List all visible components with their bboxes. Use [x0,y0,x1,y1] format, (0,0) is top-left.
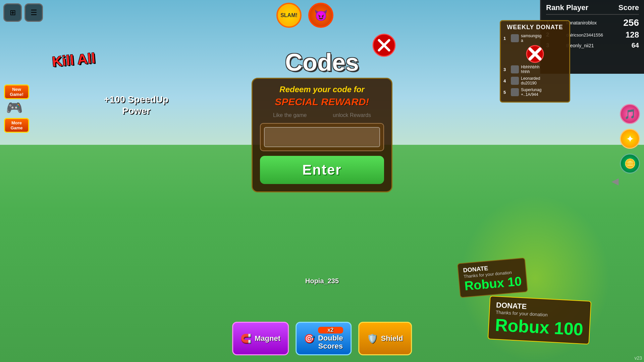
new-game-button[interactable]: New Game! [4,84,29,99]
magnet-label: Magnet [255,334,280,343]
double-scores-badge-text: x2 [328,327,334,333]
codes-enter-button[interactable]: Enter [260,156,384,184]
shield-label: Shield [381,334,403,343]
more-game-button[interactable]: More Game [4,118,29,133]
side-arrow-icon[interactable]: ◀ [611,176,619,187]
donate-x-mark [503,45,567,65]
grid-icon-button[interactable]: ⊞ [3,3,22,22]
speedup-line1: +100 SpeedUp [104,94,168,105]
codes-subtitle: Redeem your code for [260,85,384,94]
speedup-power-label: +100 SpeedUp Power [104,94,168,116]
donate-sign-small: DONATE Thanks for your donation Robux 10 [457,257,528,298]
weekly-donate-title: WEEKLY DONATE [503,24,567,31]
donate-rank-3: 3 [503,67,509,72]
codes-text-input[interactable] [264,127,380,147]
donate-name-5: Superlunag+..1A/944 [521,87,567,97]
lb-player-2: dalricson23441556 [566,33,612,38]
codes-panel: Redeem your code for SPECIAL REWARD! Lik… [252,78,392,192]
donate-row-5: 5 Superlunag+..1A/944 [503,87,567,97]
menu-icon-button[interactable]: ☰ [24,3,43,22]
coin-icon: 🪙 [624,158,636,169]
player-name-label: Hopia_235 [305,277,339,285]
codes-hint1: Like the game [273,112,307,118]
lb-score-2: 128 [612,30,639,40]
grid-icon: ⊞ [10,8,16,17]
controller-icon: 🎮 [6,100,23,116]
double-scores-icon: 🎯 [304,334,315,344]
codes-dialog: Codes Redeem your code for SPECIAL REWAR… [252,49,392,192]
donate-row-4: 4 Leonardeddu20190 [503,76,567,85]
donate-row-3: 3 Hbhhhbhhhhhh [503,65,567,74]
double-scores-label: x2 Double Scores [318,327,343,350]
donate-rank-5: 5 [503,90,509,95]
music-icon: 🎵 [624,109,636,120]
lb-rank-header: Rank [546,3,566,12]
shield-icon: 🛡️ [367,334,378,344]
menu-icon: ☰ [31,8,37,17]
shield-button[interactable]: 🛡️ Shield [358,322,412,355]
leaderboard-header: Rank Player Score [546,3,639,15]
close-dialog-button[interactable] [372,34,396,57]
magnet-button[interactable]: 🧲 Magnet [232,322,289,355]
donate-avatar-4 [511,77,519,85]
codes-hints: Like the game unlock Rewards [260,112,384,118]
lb-player-header: Player [566,3,612,12]
power-icons-container: SLAM! 😈 [276,3,333,28]
slam-power-icon[interactable]: SLAM! [276,3,302,28]
codes-title: Codes [252,49,392,76]
donate-name-3: Hbhhhbhhhhhh [521,65,567,74]
lb-score-header: Score [612,3,639,12]
donate-sign-large: DONATE Thanks for your donation Robux 10… [488,296,591,345]
double-scores-button[interactable]: 🎯 x2 Double Scores [296,322,352,355]
enemy-power-icon[interactable]: 😈 [308,3,333,28]
version-label: v23 [634,355,642,361]
sparkle-icon: ✦ [626,133,634,145]
top-left-icons: ⊞ ☰ [3,3,43,22]
codes-input-area[interactable] [260,123,384,151]
enemy-face-icon: 😈 [314,9,328,22]
donate-name-1: samsungsga [521,34,567,43]
donate-name-4: Leonardeddu20190 [521,76,567,85]
weekly-donate-panel: WEEKLY DONATE 1 samsungsga 3 Hbhhhbhhhhh… [500,20,570,103]
coin-button[interactable]: 🪙 [620,154,640,174]
right-buttons-panel: 🎵 ✦ 🪙 [620,104,640,174]
donate-rank-4: 4 [503,78,509,83]
lb-score-1: 256 [612,17,639,28]
slam-label: SLAM! [280,12,298,18]
donate-avatar-5 [511,88,519,96]
codes-special-reward: SPECIAL REWARD! [260,96,384,108]
bottom-action-bar: 🧲 Magnet 🎯 x2 Double Scores 🛡️ Shield [232,322,412,355]
lb-player-3: theonly_nii21 [566,43,612,48]
star-button[interactable]: ✦ [620,129,640,149]
donate-row-1: 1 samsungsga [503,34,567,43]
speedup-line2: Power [122,106,150,116]
donate-rank-1: 1 [503,36,509,41]
lb-score-3: 64 [612,42,639,49]
double-scores-line2: Scores [318,342,343,350]
donate-avatar-1 [511,34,519,42]
donate-sign2-amount: Robux 100 [495,315,584,340]
donate-avatar-3 [511,65,519,73]
codes-hint2: unlock Rewards [333,112,371,118]
double-scores-line1: Double [318,334,343,342]
double-scores-badge: x2 [318,327,343,334]
music-button[interactable]: 🎵 [620,104,640,124]
magnet-icon: 🧲 [240,334,251,344]
lb-player-1: konataniroblox [566,20,612,25]
